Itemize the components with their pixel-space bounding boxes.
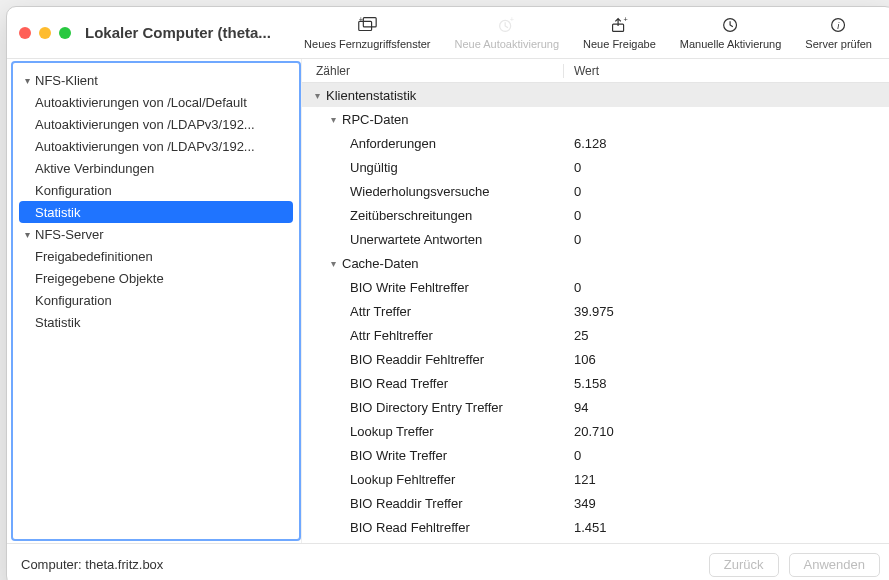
cell-counter: Lookup Treffer <box>350 424 434 439</box>
sidebar-item-label: Autoaktivierungen von /LDAPv3/192... <box>35 139 255 154</box>
chevron-down-icon: ▾ <box>310 90 324 101</box>
sidebar-item-label: Freigegebene Objekte <box>35 271 164 286</box>
table-row: Lookup Treffer20.710 <box>302 419 889 443</box>
sidebar-item[interactable]: Konfiguration <box>13 289 299 311</box>
table-group-row[interactable]: ▾Klientenstatistik <box>302 83 889 107</box>
sidebar-item[interactable]: Freigegebene Objekte <box>13 267 299 289</box>
toolbar-remote[interactable]: +Neues Fernzugriffsfenster <box>304 16 430 50</box>
svg-text:+: + <box>510 16 514 24</box>
table-row: BIO Write Fehltreffer0 <box>302 275 889 299</box>
titlebar: Lokaler Computer (theta... +Neues Fernzu… <box>7 7 889 59</box>
sidebar-item-label: Freigabedefinitionen <box>35 249 153 264</box>
cell-value: 20.710 <box>574 424 614 439</box>
sidebar-item[interactable]: Autoaktivierungen von /LDAPv3/192... <box>13 113 299 135</box>
sidebar-item[interactable]: Aktive Verbindungen <box>13 157 299 179</box>
close-icon[interactable] <box>19 27 31 39</box>
sidebar-group[interactable]: ▾NFS-Server <box>13 223 299 245</box>
sidebar-item[interactable]: Statistik <box>13 311 299 333</box>
cell-counter: Ungültig <box>350 160 398 175</box>
sidebar-item-label: NFS-Klient <box>35 73 98 88</box>
chevron-down-icon: ▾ <box>19 229 35 240</box>
sidebar-item[interactable]: Statistik <box>19 201 293 223</box>
computer-name: theta.fritz.box <box>85 557 163 572</box>
cell-value: 0 <box>574 448 581 463</box>
window-controls <box>19 27 71 39</box>
toolbar-check[interactable]: iServer prüfen <box>805 16 872 50</box>
stats-table[interactable]: Zähler Wert ▾Klientenstatistik▾RPC-Daten… <box>301 59 889 543</box>
table-header: Zähler Wert <box>302 59 889 83</box>
sidebar-item-label: Konfiguration <box>35 293 112 308</box>
col-header-value[interactable]: Wert <box>564 64 889 78</box>
sidebar-item-label: Autoaktivierungen von /LDAPv3/192... <box>35 117 255 132</box>
chevron-down-icon: ▾ <box>326 258 340 269</box>
table-row: Attr Fehltreffer25 <box>302 323 889 347</box>
chevron-down-icon: ▾ <box>326 114 340 125</box>
svg-text:+: + <box>624 16 628 24</box>
cell-counter: BIO Write Fehltreffer <box>350 280 469 295</box>
cell-counter: Lookup Fehltreffer <box>350 472 455 487</box>
cell-counter: Cache-Daten <box>342 256 419 271</box>
apply-button[interactable]: Anwenden <box>789 553 880 577</box>
table-row: BIO Readdir Treffer349 <box>302 491 889 515</box>
cell-value: 94 <box>574 400 588 415</box>
cell-value: 39.975 <box>574 304 614 319</box>
toolbar-share[interactable]: +Neue Freigabe <box>583 16 656 50</box>
toolbar: +Neues Fernzugriffsfenster+Neue Autoakti… <box>304 16 882 50</box>
cell-counter: BIO Readdir Treffer <box>350 496 462 511</box>
sidebar-group[interactable]: ▾NFS-Klient <box>13 69 299 91</box>
cell-counter: BIO Readdir Fehltreffer <box>350 352 484 367</box>
cell-value: 6.128 <box>574 136 607 151</box>
cell-value: 5.158 <box>574 376 607 391</box>
cell-counter: Attr Treffer <box>350 304 411 319</box>
cell-counter: Zeitüberschreitungen <box>350 208 472 223</box>
sidebar-item[interactable]: Freigabedefinitionen <box>13 245 299 267</box>
toolbar-manual[interactable]: Manuelle Aktivierung <box>680 16 782 50</box>
table-row: BIO Readdir Fehltreffer106 <box>302 347 889 371</box>
toolbar-label: Manuelle Aktivierung <box>680 38 782 50</box>
svg-rect-1 <box>364 17 377 26</box>
cell-counter: BIO Read Fehltreffer <box>350 520 470 535</box>
table-row: Attr Treffer39.975 <box>302 299 889 323</box>
col-header-counter[interactable]: Zähler <box>302 64 564 78</box>
cell-value: 0 <box>574 232 581 247</box>
cell-counter: Klientenstatistik <box>326 88 416 103</box>
sidebar-item-label: Konfiguration <box>35 183 112 198</box>
cell-value: 349 <box>574 496 596 511</box>
cell-value: 0 <box>574 184 581 199</box>
sidebar[interactable]: ▾NFS-KlientAutoaktivierungen von /Local/… <box>11 61 301 541</box>
main-panel: Zähler Wert ▾Klientenstatistik▾RPC-Daten… <box>301 59 889 543</box>
cell-value: 0 <box>574 280 581 295</box>
sidebar-item-label: Statistik <box>35 315 81 330</box>
table-row: BIO Read Fehltreffer1.451 <box>302 515 889 539</box>
cell-value: 1.451 <box>574 520 607 535</box>
sidebar-item-label: Aktive Verbindungen <box>35 161 154 176</box>
toolbar-label: Server prüfen <box>805 38 872 50</box>
table-group-row[interactable]: ▾Cache-Daten <box>302 251 889 275</box>
content-body: ▾NFS-KlientAutoaktivierungen von /Local/… <box>7 59 889 543</box>
table-row: BIO Directory Entry Treffer94 <box>302 395 889 419</box>
cell-counter: BIO Directory Entry Treffer <box>350 400 503 415</box>
sidebar-item-label: NFS-Server <box>35 227 104 242</box>
table-row: BIO Write Treffer0 <box>302 443 889 467</box>
toolbar-autoact: +Neue Autoaktivierung <box>454 16 559 50</box>
cell-value: 106 <box>574 352 596 367</box>
cell-counter: RPC-Daten <box>342 112 408 127</box>
table-row: Anforderungen6.128 <box>302 131 889 155</box>
cell-counter: Anforderungen <box>350 136 436 151</box>
sidebar-item[interactable]: Konfiguration <box>13 179 299 201</box>
computer-prefix: Computer: <box>21 557 85 572</box>
cell-value: 0 <box>574 160 581 175</box>
sidebar-item[interactable]: Autoaktivierungen von /Local/Default <box>13 91 299 113</box>
zoom-icon[interactable] <box>59 27 71 39</box>
computer-label: Computer: theta.fritz.box <box>21 557 163 572</box>
table-row: Unerwartete Antworten0 <box>302 227 889 251</box>
minimize-icon[interactable] <box>39 27 51 39</box>
back-button[interactable]: Zurück <box>709 553 779 577</box>
table-group-row[interactable]: ▾RPC-Daten <box>302 107 889 131</box>
sidebar-item[interactable]: Autoaktivierungen von /LDAPv3/192... <box>13 135 299 157</box>
cell-counter: BIO Write Treffer <box>350 448 447 463</box>
svg-text:+: + <box>359 16 363 24</box>
window-title: Lokaler Computer (theta... <box>85 24 271 41</box>
table-row: Ungültig0 <box>302 155 889 179</box>
cell-counter: BIO Read Treffer <box>350 376 448 391</box>
